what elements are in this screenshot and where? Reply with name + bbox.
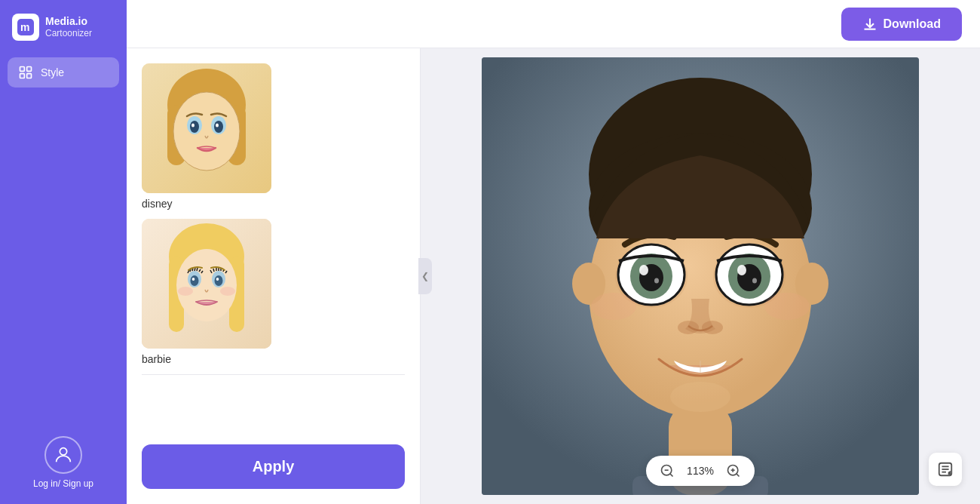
app-sub: Cartoonizer xyxy=(45,28,92,38)
sidebar: m Media.io Cartoonizer Style Log in/ Sig… xyxy=(0,0,127,504)
preview-area: 113% xyxy=(421,48,980,504)
cartoon-preview xyxy=(482,57,919,495)
user-avatar[interactable] xyxy=(44,436,82,474)
zoom-out-icon xyxy=(660,463,675,478)
style-panel: disney xyxy=(127,48,421,504)
divider xyxy=(142,374,405,375)
svg-rect-2 xyxy=(20,67,25,72)
svg-point-31 xyxy=(220,287,235,296)
svg-point-29 xyxy=(216,278,219,281)
zoom-out-button[interactable] xyxy=(658,462,676,480)
style-card-disney[interactable]: disney xyxy=(142,63,405,210)
collapse-icon: ❮ xyxy=(421,271,429,281)
style-card-barbie[interactable]: barbie xyxy=(142,219,405,365)
style-panel-scroll[interactable]: disney xyxy=(127,48,420,432)
download-label: Download xyxy=(884,17,941,31)
svg-point-6 xyxy=(60,448,66,455)
svg-point-23 xyxy=(176,249,237,321)
svg-point-51 xyxy=(752,278,757,284)
svg-point-26 xyxy=(191,275,199,286)
svg-point-27 xyxy=(215,275,223,286)
disney-thumbnail xyxy=(142,63,271,193)
svg-rect-3 xyxy=(27,67,32,72)
svg-point-17 xyxy=(216,124,219,128)
logo-area: m Media.io Cartoonizer xyxy=(0,0,127,54)
content-area: disney xyxy=(127,48,980,504)
notes-button[interactable] xyxy=(929,453,962,486)
svg-point-48 xyxy=(639,265,648,275)
apply-section: Apply xyxy=(127,432,420,504)
svg-point-28 xyxy=(192,278,195,281)
barbie-thumbnail xyxy=(142,219,271,349)
notes-icon xyxy=(937,461,954,478)
svg-point-15 xyxy=(214,121,223,133)
svg-point-14 xyxy=(190,121,199,133)
svg-rect-5 xyxy=(27,74,32,78)
svg-text:m: m xyxy=(20,21,29,33)
sidebar-item-style[interactable]: Style xyxy=(8,57,119,88)
zoom-controls: 113% xyxy=(646,456,755,486)
style-icon xyxy=(18,65,33,80)
disney-label: disney xyxy=(142,198,405,210)
download-icon xyxy=(862,17,877,32)
user-icon xyxy=(53,444,74,466)
collapse-handle[interactable]: ❮ xyxy=(418,258,432,294)
user-login-label[interactable]: Log in/ Sign up xyxy=(33,478,93,489)
user-section: Log in/ Sign up xyxy=(33,436,93,489)
download-button[interactable]: Download xyxy=(841,8,962,41)
apply-button[interactable]: Apply xyxy=(142,444,405,489)
svg-point-54 xyxy=(678,321,699,334)
zoom-in-icon xyxy=(726,463,741,478)
svg-point-30 xyxy=(178,287,193,296)
preview-image xyxy=(482,57,919,495)
sidebar-item-style-label: Style xyxy=(41,66,64,78)
main-container: Download xyxy=(127,0,980,504)
svg-point-16 xyxy=(191,124,194,128)
svg-point-50 xyxy=(654,278,659,284)
zoom-value: 113% xyxy=(685,465,715,477)
svg-point-57 xyxy=(764,293,810,320)
svg-point-59 xyxy=(670,382,730,412)
zoom-in-button[interactable] xyxy=(724,462,743,480)
svg-point-55 xyxy=(702,321,723,334)
svg-rect-4 xyxy=(20,74,25,78)
app-name: Media.io xyxy=(45,15,92,28)
topbar: Download xyxy=(127,0,980,48)
logo-icon: m xyxy=(12,14,39,41)
svg-point-49 xyxy=(737,265,746,275)
svg-point-56 xyxy=(591,293,636,320)
barbie-label: barbie xyxy=(142,353,405,365)
logo-text: Media.io Cartoonizer xyxy=(45,15,92,38)
